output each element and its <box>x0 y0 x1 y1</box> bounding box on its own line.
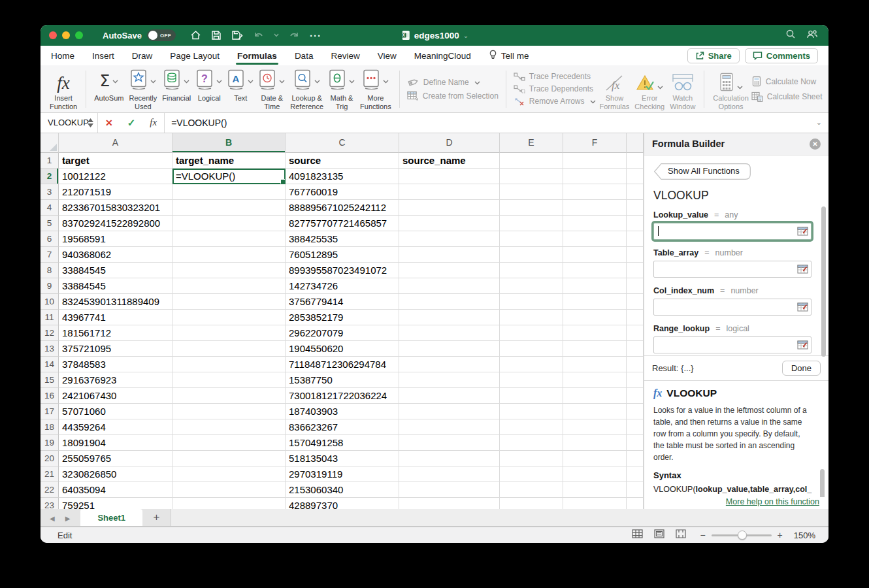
cell-B17[interactable] <box>172 404 286 419</box>
comments-button[interactable]: Comments <box>745 48 818 63</box>
cell-D2[interactable] <box>399 169 500 184</box>
cell-F13[interactable] <box>563 341 627 357</box>
create-from-selection-button[interactable]: Create from Selection <box>407 91 499 101</box>
cell-C23[interactable]: 428897370 <box>286 498 399 509</box>
partial-cell[interactable] <box>627 169 644 184</box>
cell-A7[interactable]: 940368062 <box>59 247 172 263</box>
cell-F11[interactable] <box>563 310 627 325</box>
cell-A22[interactable]: 64035094 <box>59 482 172 498</box>
cell-E12[interactable] <box>500 325 563 341</box>
cell-D1[interactable]: source_name <box>399 153 500 169</box>
cell-C14[interactable]: 711848712306294784 <box>286 357 399 372</box>
redo-icon[interactable] <box>289 30 300 41</box>
cell-D8[interactable] <box>399 263 500 278</box>
cell-C19[interactable]: 1570491258 <box>286 435 399 451</box>
menu-tab-formulas[interactable]: Formulas <box>237 46 277 65</box>
ribbon-autosum-button[interactable]: Σ AutoSum <box>92 67 125 111</box>
chevron-down-icon[interactable] <box>184 74 189 86</box>
menu-tab-data[interactable]: Data <box>295 46 314 65</box>
cell-A3[interactable]: 212071519 <box>59 184 172 200</box>
error-checking-button[interactable]: Error Checking <box>632 67 667 111</box>
cell-C6[interactable]: 388425535 <box>286 231 399 247</box>
cell-C5[interactable]: 827757707721465857 <box>286 216 399 231</box>
cell-B21[interactable] <box>172 466 286 482</box>
table-array-input[interactable] <box>653 261 812 278</box>
range-selector-icon[interactable] <box>797 265 808 274</box>
cell-F14[interactable] <box>563 357 627 372</box>
chevron-down-icon[interactable] <box>314 74 320 86</box>
share-people-icon[interactable] <box>806 29 818 42</box>
cell-D22[interactable] <box>399 482 500 498</box>
cell-B1[interactable]: target_name <box>172 153 286 169</box>
save-as-icon[interactable] <box>231 30 243 41</box>
cell-A21[interactable]: 3230826850 <box>59 466 172 482</box>
partial-cell[interactable] <box>627 294 644 310</box>
cell-D21[interactable] <box>399 466 500 482</box>
more-toolbar-icon[interactable]: ··· <box>310 30 321 41</box>
ribbon-recently-used-button[interactable]: Recently Used <box>127 67 159 111</box>
partial-cell[interactable] <box>627 200 644 216</box>
trace-dependents-button[interactable]: Trace Dependents <box>514 84 596 93</box>
partial-cell[interactable] <box>627 310 644 325</box>
partial-cell[interactable] <box>627 247 644 263</box>
minimize-window-button[interactable] <box>62 31 70 39</box>
range-selector-icon[interactable] <box>797 340 808 350</box>
menu-tab-page-layout[interactable]: Page Layout <box>170 46 220 65</box>
row-header-2[interactable]: 2 <box>41 169 59 184</box>
cell-F20[interactable] <box>563 451 627 466</box>
calculate-now-button[interactable]: Calculate Now <box>751 76 823 87</box>
cell-C11[interactable]: 2853852179 <box>286 310 399 325</box>
cell-F6[interactable] <box>563 231 627 247</box>
share-button[interactable]: Share <box>687 48 740 63</box>
close-window-button[interactable] <box>49 31 57 39</box>
cell-E11[interactable] <box>500 310 563 325</box>
row-header-22[interactable]: 22 <box>41 482 59 498</box>
column-header-F[interactable]: F <box>563 133 627 153</box>
cell-D15[interactable] <box>399 372 500 388</box>
insert-function-fx-button[interactable]: fx <box>142 117 164 128</box>
row-header-13[interactable]: 13 <box>41 341 59 357</box>
cell-F7[interactable] <box>563 247 627 263</box>
row-header-9[interactable]: 9 <box>41 278 59 294</box>
cell-A17[interactable]: 57071060 <box>59 404 172 419</box>
column-header-partial[interactable] <box>627 133 644 153</box>
column-header-A[interactable]: A <box>59 133 172 153</box>
cell-F15[interactable] <box>563 372 627 388</box>
cell-A16[interactable]: 2421067430 <box>59 388 172 404</box>
cell-D17[interactable] <box>399 404 500 419</box>
cell-D13[interactable] <box>399 341 500 357</box>
cell-A14[interactable]: 37848583 <box>59 357 172 372</box>
save-icon[interactable] <box>211 30 221 41</box>
confirm-entry-button[interactable]: ✓ <box>120 117 143 129</box>
menu-tab-tell-me[interactable]: Tell me <box>489 46 529 65</box>
chevron-down-icon[interactable] <box>112 74 118 86</box>
row-header-6[interactable]: 6 <box>41 231 59 247</box>
cell-D19[interactable] <box>399 435 500 451</box>
ribbon-math-trig-button[interactable]: Math & Trig <box>327 67 357 111</box>
lookup-value-input[interactable] <box>653 223 812 240</box>
cell-E4[interactable] <box>500 200 563 216</box>
cell-E8[interactable] <box>500 263 563 278</box>
cell-E7[interactable] <box>500 247 563 263</box>
cell-E1[interactable] <box>500 153 563 169</box>
cell-E9[interactable] <box>500 278 563 294</box>
column-header-E[interactable]: E <box>500 133 563 153</box>
cell-D12[interactable] <box>399 325 500 341</box>
row-header-5[interactable]: 5 <box>41 216 59 231</box>
sheet-tab-sheet1[interactable]: Sheet1 <box>80 509 142 526</box>
fields-scrollbar[interactable] <box>821 206 826 357</box>
cell-B9[interactable] <box>172 278 286 294</box>
cell-E2[interactable] <box>500 169 563 184</box>
column-header-D[interactable]: D <box>399 133 500 153</box>
cell-A10[interactable]: 832453901311889409 <box>59 294 172 310</box>
title-chevron-icon[interactable]: ⌄ <box>463 32 468 39</box>
cell-B19[interactable] <box>172 435 286 451</box>
cell-C4[interactable]: 888895671025242112 <box>286 200 399 216</box>
partial-cell[interactable] <box>627 451 644 466</box>
row-header-19[interactable]: 19 <box>41 435 59 451</box>
cell-D16[interactable] <box>399 388 500 404</box>
cell-C12[interactable]: 2962207079 <box>286 325 399 341</box>
cell-B4[interactable] <box>172 200 286 216</box>
partial-cell[interactable] <box>627 278 644 294</box>
cell-C15[interactable]: 15387750 <box>286 372 399 388</box>
